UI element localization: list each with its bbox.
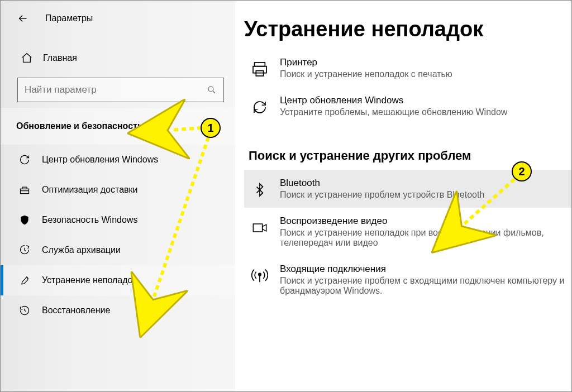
sidebar-item-delivery-optimization[interactable]: Оптимизация доставки bbox=[1, 175, 235, 205]
troubleshoot-item-desc: Поиск и устранение проблем с входящими п… bbox=[280, 276, 566, 296]
search-input-wrap[interactable] bbox=[17, 78, 224, 102]
app-title: Параметры bbox=[45, 13, 93, 23]
sync-icon bbox=[250, 97, 270, 117]
sidebar-item-backup[interactable]: Служба архивации bbox=[1, 235, 235, 265]
svg-rect-5 bbox=[253, 224, 262, 232]
annotation-callout-2: 2 bbox=[512, 161, 532, 181]
back-button[interactable] bbox=[16, 12, 30, 25]
troubleshoot-item-title: Воспроизведение видео bbox=[280, 216, 566, 227]
svg-rect-3 bbox=[253, 66, 266, 73]
troubleshoot-item-windows-update[interactable]: Центр обновления Windows Устраните пробл… bbox=[244, 87, 571, 125]
back-arrow-icon bbox=[17, 12, 29, 25]
sidebar-section-header: Обновление и безопасность bbox=[1, 108, 235, 145]
troubleshoot-item-desc: Поиск и устранение проблем устройств Blu… bbox=[280, 190, 484, 200]
troubleshoot-item-desc: Устраните проблемы, мешающие обновлению … bbox=[280, 107, 507, 117]
sidebar-item-troubleshoot[interactable]: Устранение неполадок bbox=[1, 265, 235, 295]
video-icon bbox=[250, 218, 270, 238]
sidebar-item-label: Устранение неполадок bbox=[42, 275, 136, 285]
sidebar-item-label: Служба архивации bbox=[42, 245, 121, 255]
troubleshoot-item-title: Центр обновления Windows bbox=[280, 95, 507, 106]
troubleshoot-item-desc: Поиск и устранение неполадок с печатью bbox=[280, 69, 452, 79]
section-subheading: Поиск и устранение других проблем bbox=[249, 149, 571, 163]
page-title: Устранение неполадок bbox=[244, 17, 571, 41]
svg-point-6 bbox=[259, 273, 261, 276]
search-icon bbox=[207, 85, 217, 95]
sidebar-item-home[interactable]: Главная bbox=[1, 44, 235, 72]
antenna-icon bbox=[250, 266, 270, 286]
troubleshoot-item-title: Принтер bbox=[280, 57, 452, 68]
home-icon bbox=[21, 52, 33, 64]
wrench-icon bbox=[18, 274, 31, 286]
troubleshoot-item-title: Bluetooth bbox=[280, 178, 484, 189]
delivery-icon bbox=[18, 184, 31, 196]
sidebar-item-recovery[interactable]: Восстановление bbox=[1, 295, 235, 326]
shield-icon bbox=[18, 214, 31, 226]
sidebar-item-label: Безопасность Windows bbox=[42, 215, 137, 225]
troubleshoot-item-printer[interactable]: Принтер Поиск и устранение неполадок с п… bbox=[244, 49, 571, 87]
svg-point-0 bbox=[208, 87, 213, 92]
troubleshoot-item-desc: Поиск и устранение неполадок при воспрои… bbox=[280, 228, 566, 248]
sidebar-item-windows-security[interactable]: Безопасность Windows bbox=[1, 205, 235, 235]
svg-rect-2 bbox=[255, 63, 265, 66]
search-input[interactable] bbox=[25, 84, 207, 95]
sidebar-item-label: Оптимизация доставки bbox=[42, 185, 137, 195]
backup-icon bbox=[18, 244, 31, 256]
troubleshoot-item-incoming-connections[interactable]: Входящие подключения Поиск и устранение … bbox=[244, 256, 571, 304]
sidebar-item-label: Центр обновления Windows bbox=[42, 155, 158, 165]
bluetooth-icon bbox=[250, 180, 270, 200]
sync-icon bbox=[18, 154, 31, 166]
sidebar-item-windows-update[interactable]: Центр обновления Windows bbox=[1, 145, 235, 175]
troubleshoot-item-video-playback[interactable]: Воспроизведение видео Поиск и устранение… bbox=[244, 208, 571, 256]
main-content: Устранение неполадок Принтер Поиск и уст… bbox=[235, 1, 571, 391]
home-label: Главная bbox=[43, 53, 77, 63]
recovery-icon bbox=[18, 304, 31, 317]
sidebar: Параметры Главная Обновление и безопасно… bbox=[1, 1, 235, 391]
svg-rect-1 bbox=[21, 189, 29, 193]
printer-icon bbox=[250, 59, 270, 79]
sidebar-item-label: Восстановление bbox=[42, 305, 110, 315]
annotation-callout-1: 1 bbox=[201, 118, 221, 138]
troubleshoot-item-title: Входящие подключения bbox=[280, 264, 566, 275]
